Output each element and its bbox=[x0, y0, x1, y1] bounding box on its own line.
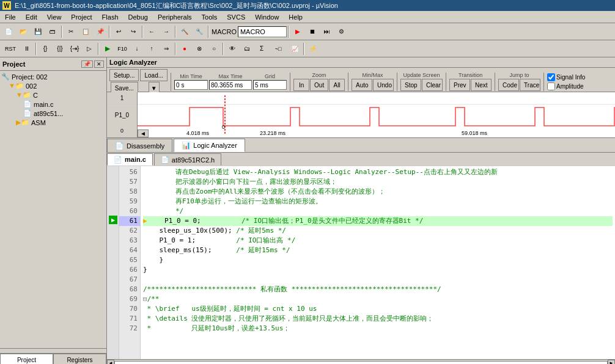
build-btn[interactable]: 🔨 bbox=[178, 25, 191, 38]
debug-start[interactable]: ▶ bbox=[291, 25, 304, 38]
la-auto-btn[interactable]: Auto bbox=[352, 79, 372, 91]
ser-btn[interactable]: ~□ bbox=[270, 42, 287, 56]
tab-project[interactable]: Project bbox=[0, 354, 53, 364]
fwd-btn[interactable]: → bbox=[160, 25, 173, 38]
new-btn[interactable]: 📄 bbox=[2, 25, 15, 38]
scroll-left-code[interactable]: ◄ bbox=[107, 360, 114, 365]
scroll-track[interactable] bbox=[114, 361, 608, 365]
la-grid-input[interactable] bbox=[253, 80, 287, 90]
scroll-left-btn[interactable]: ◄ bbox=[138, 129, 149, 137]
ln-56: 56 bbox=[119, 167, 140, 177]
tab-logic-analyzer[interactable]: 📊 Logic Analyzer bbox=[174, 139, 245, 152]
macro-input[interactable] bbox=[238, 26, 287, 37]
step-into[interactable]: ↓ bbox=[130, 42, 144, 56]
disable-bp[interactable]: ○ bbox=[207, 42, 221, 56]
undo-btn[interactable]: ↩ bbox=[112, 25, 125, 38]
tb2-btn4[interactable]: {⇥} bbox=[68, 42, 81, 56]
menu-project[interactable]: Project bbox=[66, 12, 97, 22]
la-next-btn[interactable]: Next bbox=[471, 79, 492, 91]
copy-btn[interactable]: 📋 bbox=[79, 25, 92, 38]
la-toolbar: Setup... Save... Load... ▼ Min Time Max … bbox=[107, 68, 615, 92]
tb2-btn1[interactable]: ⏸ bbox=[20, 42, 34, 56]
tree-item-002[interactable]: ▼📁 002 bbox=[1, 81, 105, 90]
menu-file[interactable]: File bbox=[0, 12, 21, 22]
tree-item-c[interactable]: ▼📁 C bbox=[1, 90, 105, 100]
tree-item-project[interactable]: 🔧 Project: 002 bbox=[1, 72, 105, 81]
ds-66 bbox=[107, 264, 119, 274]
menu-svcs[interactable]: SVCS bbox=[222, 12, 250, 22]
la-maxtime-input[interactable] bbox=[209, 80, 252, 90]
menu-edit[interactable]: Edit bbox=[21, 12, 42, 22]
step-out[interactable]: ↑ bbox=[145, 42, 158, 56]
scroll-right-code[interactable]: ► bbox=[608, 360, 615, 365]
save-all-btn[interactable]: 🗃 bbox=[46, 25, 59, 38]
panel-close[interactable]: ✕ bbox=[94, 60, 104, 68]
debug-step[interactable]: ⏭ bbox=[320, 25, 334, 38]
bottom-scroll[interactable]: ◄ ► bbox=[107, 359, 615, 364]
menu-flash[interactable]: Flash bbox=[97, 12, 123, 22]
debug-stop[interactable]: ⏹ bbox=[306, 25, 319, 38]
file-tab-at89[interactable]: 📄 at89c51RC2.h bbox=[154, 153, 221, 166]
la-amplitude-check[interactable]: Amplitude bbox=[547, 82, 585, 90]
rebuild-btn[interactable]: 🔧 bbox=[193, 25, 206, 38]
window-title: E:\1_git\8051-from-boot-to-application\0… bbox=[15, 1, 338, 10]
file-tab-mainc[interactable]: 📄 main.c bbox=[107, 153, 153, 166]
la-code-btn[interactable]: Code bbox=[498, 79, 519, 91]
extra-btn[interactable]: ⚡ bbox=[306, 42, 320, 56]
sym-btn[interactable]: Σ bbox=[255, 42, 268, 56]
breakpt-btn[interactable]: ● bbox=[178, 42, 191, 56]
la-mintime-input[interactable] bbox=[174, 80, 208, 90]
la-prev-btn[interactable]: Prev bbox=[449, 79, 470, 91]
ds-61: ▶ bbox=[107, 215, 119, 225]
project-icon: 🔧 bbox=[1, 73, 10, 81]
menu-debug[interactable]: Debug bbox=[123, 12, 153, 22]
menu-tools[interactable]: Tools bbox=[197, 12, 223, 22]
tree-item-at89[interactable]: 📄 at89c51... bbox=[1, 109, 105, 118]
la-zoom-out[interactable]: Out bbox=[310, 79, 328, 91]
menu-peripherals[interactable]: Peripherals bbox=[153, 12, 197, 22]
tab-registers[interactable]: Registers bbox=[53, 354, 106, 364]
code-line-60: */ bbox=[143, 206, 613, 216]
code-content[interactable]: 请在Debug后通过 View--Analysis Windows--Logic… bbox=[141, 166, 615, 359]
la-trace-btn[interactable]: Trace bbox=[520, 79, 540, 91]
save-btn[interactable]: 💾 bbox=[31, 25, 45, 38]
la-zoom-in[interactable]: In bbox=[293, 79, 309, 91]
la-setup-btn[interactable]: Setup... bbox=[109, 69, 139, 81]
la-clear-btn[interactable]: Clear bbox=[422, 79, 443, 91]
la-load-btn[interactable]: Load... bbox=[140, 69, 168, 81]
rst-btn[interactable]: RST bbox=[2, 42, 19, 56]
clear-bp[interactable]: ⊗ bbox=[193, 42, 206, 56]
cut-btn[interactable]: ✂ bbox=[64, 25, 78, 38]
tb2-btn3[interactable]: {|} bbox=[53, 42, 67, 56]
menu-help[interactable]: Help bbox=[284, 12, 308, 22]
la-signal-info-check[interactable]: Signal Info bbox=[547, 73, 585, 81]
tb2-btn5[interactable]: ▷ bbox=[83, 42, 96, 56]
mem-btn[interactable]: 🗂 bbox=[240, 42, 254, 56]
waveform-canvas-area[interactable]: 4.018 ms 23.218 ms 59.018 ms 0 bbox=[138, 92, 615, 137]
la-amplitude-input[interactable] bbox=[547, 82, 555, 90]
watch-btn[interactable]: 👁 bbox=[226, 42, 239, 56]
paste-btn[interactable]: 📌 bbox=[94, 25, 107, 38]
tree-item-asm[interactable]: ▶📁 ASM bbox=[1, 118, 105, 127]
la-signal-info-input[interactable] bbox=[547, 73, 555, 81]
tab-disassembly[interactable]: 📄 Disassembly bbox=[107, 139, 172, 152]
code-area: ▶ 56 57 58 59 bbox=[107, 166, 615, 359]
la-stop-btn[interactable]: Stop bbox=[400, 79, 421, 91]
la-undo-btn[interactable]: Undo bbox=[373, 79, 394, 91]
settings-btn[interactable]: ⚙ bbox=[335, 25, 348, 38]
la-btn[interactable]: 📈 bbox=[288, 42, 301, 56]
tree-item-mainc[interactable]: 📄 main.c bbox=[1, 100, 105, 109]
open-btn[interactable]: 📂 bbox=[17, 25, 30, 38]
redo-btn[interactable]: ↪ bbox=[127, 25, 140, 38]
resize-handle[interactable] bbox=[0, 348, 106, 353]
back-btn[interactable]: ← bbox=[145, 25, 158, 38]
menu-window[interactable]: Window bbox=[250, 12, 284, 22]
run-cursor[interactable]: ⇒ bbox=[160, 42, 173, 56]
run-btn[interactable]: ▶ bbox=[101, 42, 114, 56]
panel-pin[interactable]: 📌 bbox=[81, 60, 93, 68]
step-over[interactable]: F10 bbox=[116, 42, 129, 56]
collapse-69[interactable]: ⊟ bbox=[143, 294, 147, 304]
menu-view[interactable]: View bbox=[42, 12, 67, 22]
tb2-btn2[interactable]: {} bbox=[39, 42, 52, 56]
la-zoom-all[interactable]: All bbox=[329, 79, 345, 91]
